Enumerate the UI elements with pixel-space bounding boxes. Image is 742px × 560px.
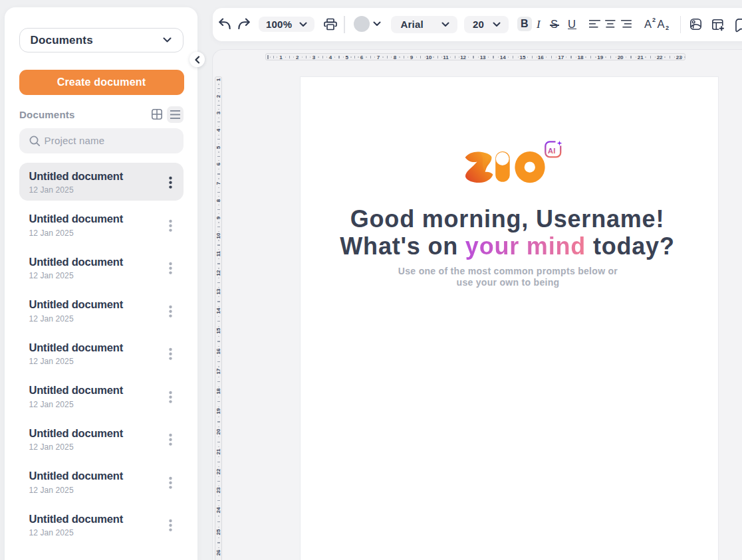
svg-text:AI: AI: [548, 147, 556, 155]
